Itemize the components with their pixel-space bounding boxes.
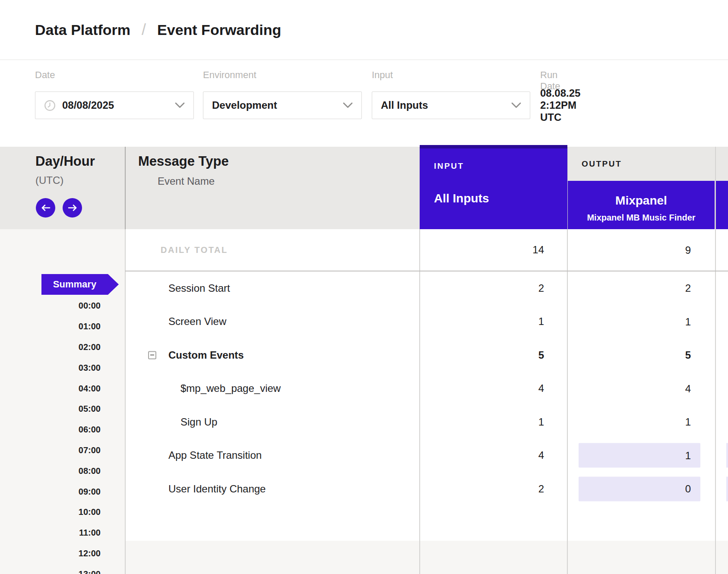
environment-filter-label: Environment	[203, 69, 256, 81]
hour-item[interactable]: 06:00	[0, 419, 101, 440]
event-name-label: $mp_web_page_view	[180, 382, 281, 394]
table-row: Custom Events 5 5	[125, 338, 728, 372]
environment-value: Development	[212, 99, 337, 111]
input-value: All Inputs	[381, 99, 505, 111]
daily-total-separator	[125, 271, 728, 271]
adjacent-output-highlight	[726, 476, 728, 501]
breadcrumb-separator: /	[142, 21, 146, 39]
input-filter-label: Input	[372, 69, 393, 81]
column-divider	[125, 147, 126, 229]
input-count: 4	[538, 382, 544, 394]
input-dropdown[interactable]: All Inputs	[372, 91, 530, 119]
event-name-label: App State Transition	[168, 449, 262, 461]
output-count: 5	[579, 343, 700, 367]
event-name-label: Sign Up	[180, 416, 217, 428]
daily-total-row: DAILY TOTAL 14 9	[125, 229, 728, 271]
hour-item[interactable]: 12:00	[0, 543, 101, 564]
daily-total-input-value: 14	[532, 244, 544, 256]
hour-item[interactable]: 02:00	[0, 337, 101, 358]
table-row: $mp_web_page_view 4 4	[125, 372, 728, 406]
table-row: Screen View 1 1	[125, 305, 728, 339]
summary-label: Summary	[53, 279, 96, 290]
hour-item[interactable]: 00:00	[0, 296, 101, 316]
mixpanel-column-subtitle: Mixpanel MB Music Finder	[568, 213, 715, 223]
hour-item[interactable]: 11:00	[0, 523, 101, 543]
event-name-label: User Identity Change	[168, 483, 266, 495]
summary-row-selector[interactable]: Summary	[41, 274, 119, 295]
hour-item[interactable]: 04:00	[0, 378, 101, 399]
output-section-label: OUTPUT	[582, 159, 622, 169]
minus-square-icon	[150, 355, 154, 356]
output-count: 2	[579, 276, 700, 300]
event-forwarding-page: Data Platform / Event Forwarding Date 08…	[0, 0, 728, 574]
filter-bar: Date 08/08/2025 Environment	[0, 60, 728, 147]
breadcrumb-section-link[interactable]: Data Platform	[35, 22, 130, 38]
chevron-down-icon	[175, 102, 185, 108]
output-count-highlighted: 1	[579, 443, 700, 468]
next-output-column-header[interactable]	[716, 181, 728, 229]
hour-item[interactable]: 03:00	[0, 357, 101, 378]
hour-item[interactable]: 13:00	[0, 564, 101, 574]
mixpanel-column-title: Mixpanel	[568, 194, 715, 208]
mixpanel-column-header[interactable]: Mixpanel Mixpanel MB Music Finder	[568, 181, 715, 229]
environment-dropdown[interactable]: Development	[203, 91, 362, 119]
arrow-left-icon	[41, 204, 51, 211]
input-section-label: INPUT	[434, 161, 464, 171]
table-row: Sign Up 1 1	[125, 405, 728, 439]
hour-item[interactable]: 09:00	[0, 481, 101, 502]
input-count: 5	[538, 349, 544, 361]
adjacent-output-highlight	[726, 443, 728, 468]
chevron-down-icon	[511, 102, 521, 108]
hour-item[interactable]: 07:00	[0, 440, 101, 461]
table-row: App State Transition 4 1	[125, 439, 728, 473]
chevron-down-icon	[343, 102, 353, 108]
input-column-selected-strip	[420, 145, 567, 148]
previous-day-button[interactable]	[36, 198, 55, 218]
daily-total-label: DAILY TOTAL	[161, 245, 228, 255]
day-hour-timezone: (UTC)	[35, 174, 63, 186]
input-count: 4	[538, 449, 544, 461]
output-count: 4	[579, 376, 700, 401]
hour-item[interactable]: 10:00	[0, 502, 101, 523]
hour-item[interactable]: 01:00	[0, 316, 101, 337]
input-count: 2	[538, 483, 544, 495]
date-filter-label: Date	[35, 69, 55, 81]
breadcrumb: Data Platform / Event Forwarding	[0, 0, 728, 60]
daily-total-output-value: 9	[579, 238, 700, 262]
matrix-bottom-strip	[125, 541, 728, 574]
column-divider	[125, 229, 126, 574]
clock-icon	[44, 100, 56, 111]
event-name-label: Session Start	[168, 282, 230, 294]
table-row: Session Start 2 2	[125, 271, 728, 305]
arrow-right-icon	[67, 204, 78, 211]
output-count: 1	[579, 410, 700, 434]
hour-item[interactable]: 05:00	[0, 399, 101, 419]
hour-item[interactable]: 08:00	[0, 460, 101, 481]
event-name-subheader: Event Name	[158, 175, 215, 187]
event-name-label: Screen View	[168, 315, 226, 328]
output-count: 1	[579, 309, 700, 334]
input-count: 1	[538, 315, 544, 328]
output-count-highlighted: 0	[579, 476, 700, 501]
input-column-title: All Inputs	[434, 192, 489, 205]
date-value: 08/08/2025	[62, 99, 169, 111]
event-rows: Session Start 2 2 Screen View 1 1 Custom…	[125, 271, 728, 506]
input-column-header[interactable]: INPUT All Inputs	[420, 145, 567, 229]
input-count: 1	[538, 416, 544, 428]
table-row: User Identity Change 2 0	[125, 472, 728, 506]
next-day-button[interactable]	[63, 198, 82, 218]
collapse-custom-events-button[interactable]	[148, 351, 156, 359]
input-count: 2	[538, 282, 544, 294]
run-date-value: 08.08.25 2:12PM UTC	[540, 91, 580, 119]
event-name-label: Custom Events	[168, 349, 244, 361]
page-title: Event Forwarding	[157, 22, 281, 38]
hour-rail: 00:00 01:00 02:00 03:00 04:00 05:00 06:0…	[0, 296, 101, 574]
message-type-header: Message Type	[138, 154, 229, 169]
day-hour-header: Day/Hour	[35, 154, 95, 169]
date-dropdown[interactable]: 08/08/2025	[35, 91, 194, 119]
